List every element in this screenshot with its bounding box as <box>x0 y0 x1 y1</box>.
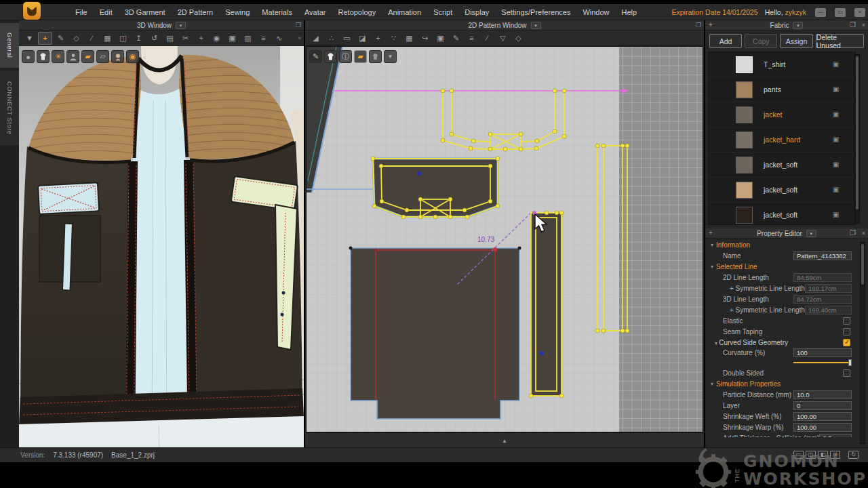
fabric-item[interactable]: jacket_soft ▣ <box>709 152 855 178</box>
menu-item[interactable]: Retopology <box>332 4 382 20</box>
fabric-properties-icon[interactable]: ▣ <box>831 136 840 144</box>
curved-side-checkbox[interactable] <box>843 339 850 346</box>
window-menu-dropdown-icon[interactable]: ▾ <box>531 22 541 29</box>
show-fabric-icon[interactable]: ▰ <box>81 50 94 63</box>
pattern-canvas[interactable]: 10.73 <box>307 47 703 432</box>
show-pressure-icon[interactable]: ▱ <box>96 50 109 63</box>
pattern-name-input[interactable]: Pattern_4143382 <box>793 251 852 260</box>
tool-pen-3d-icon[interactable]: ✎ <box>54 32 68 45</box>
tool-sewing-icon[interactable]: ∕ <box>85 32 99 45</box>
panel-menu-dropdown-icon[interactable]: ▾ <box>806 230 816 237</box>
tool-show-pen-icon[interactable]: ▽ <box>496 32 510 45</box>
titlebar-3d[interactable]: 3D Window ▾ ❐ <box>19 20 304 30</box>
fabric-scrollbar[interactable] <box>854 54 860 224</box>
fabric-item[interactable]: jacket_soft ▣ <box>709 203 855 225</box>
tab-connect-store[interactable]: CONNECT Store <box>0 70 19 145</box>
tool-layers-icon[interactable]: ≡ <box>256 32 271 45</box>
panel-menu-dropdown-icon[interactable]: ▾ <box>793 22 803 29</box>
fabric-item[interactable]: jacket_hard ▣ <box>709 127 855 152</box>
tool-fabric-icon[interactable]: ▦ <box>100 32 115 45</box>
menu-item[interactable]: Materials <box>256 4 298 20</box>
tool-texture-icon[interactable]: ▥ <box>241 32 255 45</box>
fabric-properties-icon[interactable]: ▣ <box>831 85 840 94</box>
close-panel-icon[interactable]: × <box>862 230 865 237</box>
close-icon[interactable]: × <box>854 8 865 17</box>
menu-item[interactable]: Edit <box>94 4 119 20</box>
menu-item[interactable]: 3D Garment <box>119 4 172 20</box>
fabric-properties-icon[interactable]: ▣ <box>831 161 840 169</box>
garment-fit-icon[interactable] <box>369 50 382 63</box>
left-pocket-flap[interactable] <box>38 182 99 214</box>
double-sided-checkbox[interactable] <box>843 369 850 377</box>
scroll-up-icon[interactable]: ▲ <box>502 438 507 444</box>
titlebar-2d[interactable]: 2D Pattern Window ▾ ❐ <box>305 20 704 30</box>
menu-item[interactable]: 2D Pattern <box>172 4 220 20</box>
fabric-properties-icon[interactable]: ▣ <box>831 110 840 119</box>
tab-general[interactable]: General <box>0 23 19 68</box>
close-panel-icon[interactable]: × <box>862 22 865 28</box>
elastic-checkbox[interactable] <box>843 317 850 325</box>
titlebar-fabric[interactable]: + Fabric ▾ ❐ × <box>705 20 868 30</box>
titlebar-property-editor[interactable]: + Property Editor ▾ ❐ × <box>705 228 868 239</box>
fabric-properties-icon[interactable]: ▣ <box>831 211 840 220</box>
show-avatar-icon[interactable]: ● <box>22 50 35 63</box>
show-garment-icon[interactable] <box>37 50 50 63</box>
menu-item[interactable]: Avatar <box>298 4 332 20</box>
detach-window-icon[interactable]: ❐ <box>296 22 301 28</box>
menu-item[interactable]: Display <box>458 4 495 20</box>
tool-grid-icon[interactable]: ▤ <box>163 32 177 45</box>
tool-edit-curvature-icon[interactable]: ▭ <box>340 32 354 45</box>
add-fabric-button[interactable]: Add <box>709 34 742 48</box>
pen-toggle-icon[interactable]: ✎ <box>309 50 322 63</box>
show-environment-icon[interactable]: ◉ <box>126 50 139 63</box>
curvature-slider[interactable] <box>793 359 852 366</box>
shrinkage-weft-input[interactable]: 100.00 <box>793 412 852 421</box>
shrinkage-warp-input[interactable]: 100.00 <box>793 423 852 432</box>
tool-garment-icon[interactable]: ◇ <box>69 32 83 45</box>
show-seams-icon[interactable]: ✳ <box>52 50 64 63</box>
fabric-view-icon[interactable]: ▰ <box>354 50 367 63</box>
seam-taping-checkbox[interactable] <box>843 328 850 336</box>
copy-fabric-button[interactable]: Copy <box>745 34 777 48</box>
fabric-item[interactable]: T_shirt ▣ <box>709 52 855 77</box>
jacket-3d[interactable] <box>19 55 304 447</box>
pattern-piece-strap[interactable] <box>529 211 564 398</box>
fabric-item[interactable]: jacket_soft ▣ <box>709 178 855 203</box>
layout-3d-2d-icon[interactable]: ◧ <box>818 451 828 459</box>
particle-distance-input[interactable]: 10.0 <box>793 390 852 399</box>
tool-mirror-icon[interactable]: ▣ <box>433 32 448 45</box>
window-menu-dropdown-icon[interactable]: ▾ <box>176 22 186 29</box>
minimize-icon[interactable]: — <box>815 8 826 17</box>
collapse-icon[interactable]: ▾ <box>711 381 713 387</box>
assign-fabric-button[interactable]: Assign <box>780 34 812 48</box>
layer-input[interactable]: 0 <box>793 401 852 410</box>
detach-window-icon[interactable]: ❐ <box>696 22 701 28</box>
tool-mesh-icon[interactable]: ◫ <box>116 32 130 45</box>
tool-pleats-icon[interactable]: ≡ <box>465 32 479 45</box>
tool-avatar-arrange-icon[interactable]: ↥ <box>132 32 146 45</box>
tool-sphere-icon[interactable]: ◉ <box>210 32 224 45</box>
pattern-piece-front-panel[interactable] <box>349 247 521 420</box>
layout-2d-3d-icon[interactable]: ⊞ <box>830 451 840 459</box>
tool-unfold-icon[interactable]: ↪ <box>418 32 432 45</box>
menu-item[interactable]: Help <box>616 4 644 20</box>
tool-trace-icon[interactable]: ∵ <box>387 32 401 45</box>
garment-3d-scene[interactable] <box>19 46 304 447</box>
tool-grid-2d-icon[interactable]: ▦ <box>402 32 416 45</box>
tool-show-garment-2d-icon[interactable]: ◇ <box>511 32 526 45</box>
tool-scissors-icon[interactable]: ✂ <box>178 32 193 45</box>
property-scrollbar[interactable] <box>860 242 865 444</box>
section-simulation-properties[interactable]: ▾Simulation Properties <box>705 378 863 389</box>
menu-item[interactable]: Animation <box>382 4 427 20</box>
tool-add-point-icon[interactable]: ◪ <box>355 32 370 45</box>
tool-reset-icon[interactable]: ↺ <box>147 32 161 45</box>
tool-select-move-icon[interactable]: + <box>38 32 52 45</box>
layout-reset-icon[interactable]: ↻ <box>848 451 859 459</box>
layout-3d-only-icon[interactable]: ▭ <box>793 451 804 459</box>
thickness-collision-input[interactable]: 2.5 <box>819 434 852 438</box>
show-head-icon[interactable] <box>111 50 124 63</box>
tool-simulate-icon[interactable]: ▼ <box>22 32 37 45</box>
pin-panel-icon[interactable]: + <box>709 21 713 28</box>
menu-item[interactable]: Window <box>576 4 615 20</box>
overlay-collapse-icon[interactable]: ‹ <box>141 50 148 63</box>
